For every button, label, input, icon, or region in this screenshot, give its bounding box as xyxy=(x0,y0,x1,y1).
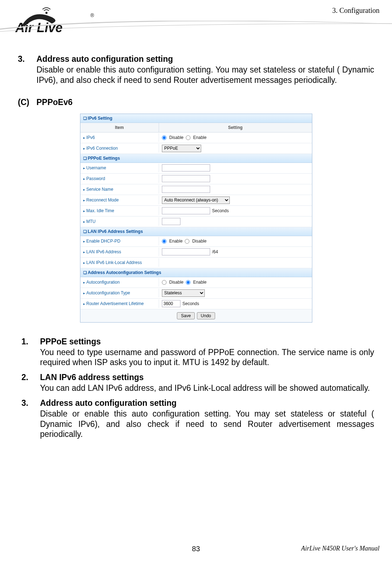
radio-ipv6-disable[interactable] xyxy=(162,135,167,140)
label-prefix: /64 xyxy=(212,249,218,254)
ss-col-item: Item xyxy=(80,123,159,132)
ss-column-headers: Item Setting xyxy=(80,123,312,133)
input-lan-ipv6[interactable] xyxy=(162,248,210,255)
ss-section-lan: LAN IPv6 Address Settings xyxy=(80,227,312,236)
numbered-item: 3. Address auto configuration setting Di… xyxy=(18,54,374,85)
label-dhcppd: Enable DHCP-PD xyxy=(86,239,120,244)
label-ipv6: IPv6 xyxy=(86,135,95,140)
item-title: Address auto configuration setting xyxy=(36,54,374,64)
radio-dhcppd-disable[interactable] xyxy=(185,239,189,244)
item-text: You can add LAN IPv6 address, and IPv6 L… xyxy=(40,383,370,393)
label-ra-lifetime: Router Advertisement Lifetime xyxy=(86,301,144,306)
config-screenshot: IPv6 Setting Item Setting ▸IPv6 Disable … xyxy=(80,114,312,323)
subsection-title: PPPoEv6 xyxy=(36,98,73,107)
input-username[interactable] xyxy=(162,164,210,171)
select-reconnect-mode[interactable]: Auto Reconnect (always-on) xyxy=(162,196,230,204)
input-ra-lifetime[interactable] xyxy=(162,300,180,307)
input-mtu[interactable] xyxy=(162,218,180,225)
item-text: You need to type username and password o… xyxy=(40,347,374,368)
undo-button[interactable]: Undo xyxy=(197,312,215,319)
input-service-name[interactable] xyxy=(162,186,210,193)
radio-autoconfig-enable[interactable] xyxy=(186,280,190,285)
svg-point-0 xyxy=(45,12,48,14)
ss-section-pppoe: PPPoE Settings xyxy=(80,154,312,163)
item-title: PPPoE settings xyxy=(40,337,374,347)
item-number: 3. xyxy=(18,54,36,85)
svg-text:Air Live: Air Live xyxy=(15,20,63,35)
label-mtu: MTU xyxy=(86,219,96,224)
radio-autoconfig-disable[interactable] xyxy=(162,280,167,285)
label-password: Password xyxy=(86,176,105,181)
page-footer: 83 AirLive N450R User's Manual xyxy=(13,545,379,553)
svg-text:®: ® xyxy=(90,13,94,18)
label-reconnect-mode: Reconnect Mode xyxy=(86,198,119,203)
item-number: 1. xyxy=(21,337,40,368)
ss-section-ipv6: IPv6 Setting xyxy=(80,114,312,123)
label-max-idle: Max. Idle Time xyxy=(86,208,114,213)
item-title: Address auto configuration setting xyxy=(40,398,374,408)
manual-title: AirLive N450R User's Manual xyxy=(257,545,379,553)
label-seconds: Seconds xyxy=(212,208,229,213)
label-lan-ipv6: LAN IPv6 Address xyxy=(86,249,121,254)
label-lan-linklocal: LAN IPv6 Link-Local Address xyxy=(86,260,142,265)
item-number: 3. xyxy=(21,398,40,439)
subsection-header: (C) PPPoEv6 xyxy=(18,98,374,107)
item-text: Disable or enable this auto configuratio… xyxy=(36,65,374,85)
page-number: 83 xyxy=(135,545,257,553)
ss-section-autoconfig: Address Autoconfiguration Settings xyxy=(80,268,312,277)
input-password[interactable] xyxy=(162,175,210,182)
numbered-item: 3. Address auto configuration setting Di… xyxy=(21,398,374,439)
label-seconds-2: Seconds xyxy=(183,301,199,306)
subsection-letter: (C) xyxy=(18,98,36,107)
save-button[interactable]: Save xyxy=(177,312,194,319)
input-max-idle[interactable] xyxy=(162,207,210,214)
label-ipv6-connection: IPv6 Connection xyxy=(86,146,118,151)
numbered-item: 2. LAN IPv6 address settings You can add… xyxy=(21,373,374,393)
select-ipv6-connection[interactable]: PPPoE xyxy=(162,145,201,152)
brand-logo: Air Live ® xyxy=(13,6,95,36)
label-username: Username xyxy=(86,165,106,170)
select-autoconfig-type[interactable]: Stateless xyxy=(162,289,205,297)
numbered-item: 1. PPPoE settings You need to type usern… xyxy=(21,337,374,368)
label-autoconfig: Autoconfiguration xyxy=(86,280,120,285)
radio-dhcppd-enable[interactable] xyxy=(162,239,167,244)
item-title: LAN IPv6 address settings xyxy=(40,373,370,382)
chapter-label: 3. Configuration xyxy=(332,6,379,15)
ss-col-setting: Setting xyxy=(159,123,312,132)
item-number: 2. xyxy=(21,373,40,393)
label-autoconfig-type: Autoconfiguration Type xyxy=(86,290,130,295)
item-text: Disable or enable this auto configuratio… xyxy=(40,409,374,439)
label-service-name: Service Name xyxy=(86,187,113,192)
radio-ipv6-enable[interactable] xyxy=(186,135,190,140)
